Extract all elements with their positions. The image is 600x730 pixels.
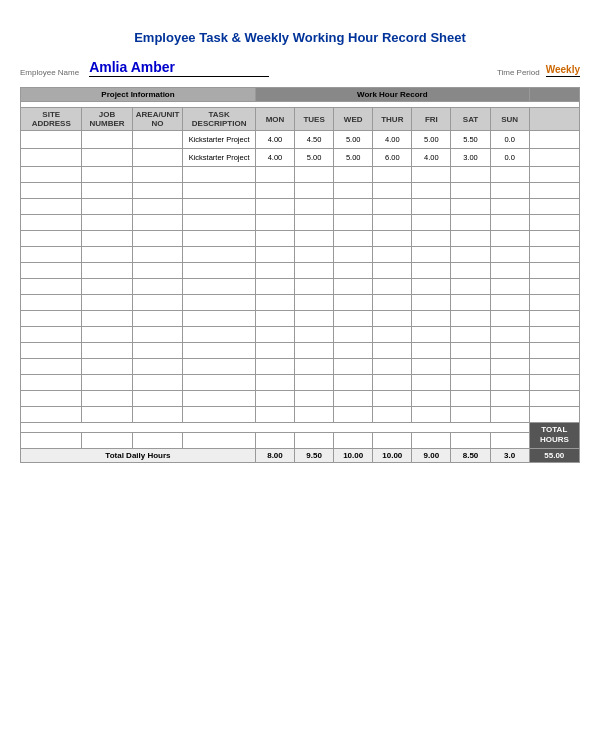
total-sun: 3.0 xyxy=(490,448,529,462)
empty-row-6 xyxy=(21,215,580,231)
row1-sun: 0.0 xyxy=(490,131,529,149)
main-table: Project Information Work Hour Record SIT… xyxy=(20,87,580,463)
total-sat: 8.50 xyxy=(451,448,490,462)
page-title: Employee Task & Weekly Working Hour Reco… xyxy=(20,30,580,45)
grand-total: 55.00 xyxy=(529,448,579,462)
row2-sat: 3.00 xyxy=(451,149,490,167)
total-thu: 10.00 xyxy=(373,448,412,462)
col-wed: WED xyxy=(334,108,373,131)
time-period-section: Time Period Weekly xyxy=(497,64,580,77)
column-header-row: SITE ADDRESS JOB NUMBER AREA/UNIT NO TAS… xyxy=(21,108,580,131)
empty-row-18 xyxy=(21,407,580,423)
row2-wed: 5.00 xyxy=(334,149,373,167)
total-mon: 8.00 xyxy=(255,448,294,462)
col-fri: FRI xyxy=(412,108,451,131)
col-tue: TUES xyxy=(295,108,334,131)
section-header-row: Project Information Work Hour Record xyxy=(21,88,580,102)
empty-row-8 xyxy=(21,247,580,263)
data-row-1: Kickstarter Project 4.00 4.50 5.00 4.00 … xyxy=(21,131,580,149)
col-sat: SAT xyxy=(451,108,490,131)
col-thu: THUR xyxy=(373,108,412,131)
row1-thu: 4.00 xyxy=(373,131,412,149)
col-area-unit: AREA/UNIT NO xyxy=(132,108,183,131)
empty-row-10 xyxy=(21,279,580,295)
col-sun: SUN xyxy=(490,108,529,131)
empty-row-14 xyxy=(21,343,580,359)
empty-row-5 xyxy=(21,199,580,215)
row1-tue: 4.50 xyxy=(295,131,334,149)
work-hour-record-header: Work Hour Record xyxy=(255,88,529,102)
total-wed: 10.00 xyxy=(334,448,373,462)
empty-row-13 xyxy=(21,327,580,343)
col-site-address: SITE ADDRESS xyxy=(21,108,82,131)
project-info-header: Project Information xyxy=(21,88,256,102)
empty-row-12 xyxy=(21,311,580,327)
empty-row-19 xyxy=(21,432,580,448)
total-fri: 9.00 xyxy=(412,448,451,462)
col-task-desc: TASK DESCRIPTION xyxy=(183,108,256,131)
totals-row: Total Daily Hours 8.00 9.50 10.00 10.00 … xyxy=(21,448,580,462)
row2-fri: 4.00 xyxy=(412,149,451,167)
empty-row-7 xyxy=(21,231,580,247)
row2-thu: 6.00 xyxy=(373,149,412,167)
row1-wed: 5.00 xyxy=(334,131,373,149)
employee-name-label: Employee Name xyxy=(20,68,79,77)
task-2-desc: Kickstarter Project xyxy=(183,149,256,167)
empty-row-4 xyxy=(21,183,580,199)
row1-mon: 4.00 xyxy=(255,131,294,149)
row1-sat: 5.50 xyxy=(451,131,490,149)
time-period-label: Time Period xyxy=(497,68,540,77)
row2-tue: 5.00 xyxy=(295,149,334,167)
total-hours-header: TOTAL HOURS xyxy=(529,423,579,449)
total-label: Total Daily Hours xyxy=(21,448,256,462)
data-row-2: Kickstarter Project 4.00 5.00 5.00 6.00 … xyxy=(21,149,580,167)
task-1-desc: Kickstarter Project xyxy=(183,131,256,149)
row1-fri: 5.00 xyxy=(412,131,451,149)
row2-sun: 0.0 xyxy=(490,149,529,167)
total-tue: 9.50 xyxy=(295,448,334,462)
row2-mon: 4.00 xyxy=(255,149,294,167)
empty-row-9 xyxy=(21,263,580,279)
empty-row-16 xyxy=(21,375,580,391)
total-hours-header-row: TOTAL HOURS xyxy=(21,423,580,433)
empty-row-11 xyxy=(21,295,580,311)
empty-row-15 xyxy=(21,359,580,375)
col-mon: MON xyxy=(255,108,294,131)
col-job-number: JOB NUMBER xyxy=(82,108,132,131)
header-section: Employee Name Amlia Amber Time Period We… xyxy=(20,59,580,77)
employee-name-value: Amlia Amber xyxy=(89,59,269,77)
empty-row-3 xyxy=(21,167,580,183)
empty-row-17 xyxy=(21,391,580,407)
time-period-value: Weekly xyxy=(546,64,580,77)
